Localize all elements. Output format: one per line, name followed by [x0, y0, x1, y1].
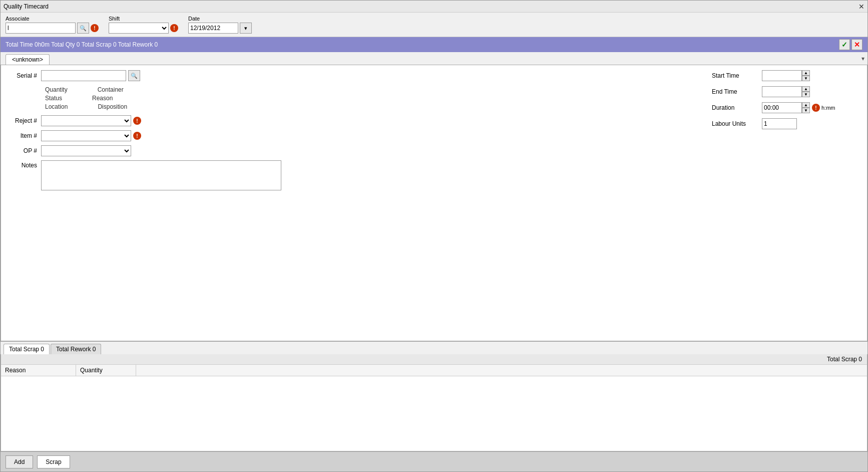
reject-info-dot[interactable]: !	[133, 117, 141, 125]
binoculars-icon: 🔍	[80, 25, 87, 32]
duration-row: Duration ▲ ▼ ! h:mm	[712, 102, 862, 113]
tab-header: <unknown> ▾	[1, 52, 867, 65]
col-labels-2: Status Reason	[45, 95, 697, 102]
reject-label: Reject #	[6, 117, 41, 124]
start-time-input[interactable]	[762, 70, 802, 81]
footer-bar: Add Scrap	[1, 451, 867, 471]
labour-units-row: Labour Units	[712, 118, 862, 129]
total-scrap-tab-label: Total Scrap 0	[9, 346, 44, 353]
serial-label: Serial #	[6, 72, 41, 79]
duration-info-dot[interactable]: !	[812, 104, 820, 112]
status-col-label: Status	[45, 95, 62, 102]
serial-input[interactable]	[41, 70, 126, 81]
end-time-input[interactable]	[762, 86, 802, 97]
item-row: Item # !	[6, 130, 697, 141]
labour-units-label: Labour Units	[712, 120, 762, 127]
duration-down[interactable]: ▼	[802, 108, 810, 113]
notes-label: Notes	[6, 160, 41, 169]
reject-select[interactable]	[41, 115, 131, 126]
reason-col-label: Reason	[92, 95, 113, 102]
form-section: Serial # 🔍 Quantity Container Status Rea…	[6, 70, 862, 190]
date-group: Date ▾	[188, 16, 252, 34]
shift-group: Shift !	[109, 16, 178, 34]
right-form: Start Time ▲ ▼ End Time	[712, 70, 862, 190]
notes-area: Notes	[6, 160, 697, 190]
shift-select[interactable]	[109, 23, 169, 34]
cancel-button[interactable]: ✕	[851, 39, 862, 50]
location-col-label: Location	[45, 103, 68, 110]
total-rework-tab-label: Total Rework 0	[56, 346, 96, 353]
end-time-up[interactable]: ▲	[802, 86, 810, 92]
date-dropdown-button[interactable]: ▾	[240, 23, 252, 34]
top-section: Associate 🔍 ! Shift !	[1, 13, 867, 37]
bottom-tabs-area: Total Scrap 0 Total Rework 0 Total Scrap…	[1, 341, 867, 451]
col-labels-3: Location Disposition	[45, 103, 697, 110]
item-info-dot[interactable]: !	[133, 132, 141, 140]
date-label: Date	[188, 16, 252, 22]
left-form: Serial # 🔍 Quantity Container Status Rea…	[6, 70, 697, 190]
summary-bar: Total Time 0h0m Total Qty 0 Total Scrap …	[1, 37, 867, 52]
reject-row: Reject # !	[6, 115, 697, 126]
disposition-col-label: Disposition	[98, 103, 127, 110]
shift-label: Shift	[109, 16, 178, 22]
close-button[interactable]: ✕	[858, 3, 864, 10]
duration-label: Duration	[712, 104, 762, 111]
tab-dropdown-arrow[interactable]: ▾	[861, 55, 864, 62]
start-time-label: Start Time	[712, 72, 762, 79]
tab-area: <unknown> ▾ Serial # 🔍	[1, 52, 867, 341]
start-time-row: Start Time ▲ ▼	[712, 70, 862, 81]
reason-col-header: Reason	[1, 365, 76, 376]
associate-group: Associate 🔍 !	[6, 16, 99, 34]
item-label: Item #	[6, 132, 41, 139]
duration-hint: h:mm	[821, 105, 835, 111]
unknown-tab[interactable]: <unknown>	[6, 54, 50, 65]
quantity-col-header: Quantity	[76, 365, 136, 376]
total-scrap-text: Total Scrap 0	[827, 356, 862, 363]
associate-info-dot[interactable]: !	[91, 24, 99, 32]
window-title: Quality Timecard	[4, 3, 49, 10]
bottom-tabs-header: Total Scrap 0 Total Rework 0	[1, 342, 867, 354]
serial-row: Serial # 🔍	[6, 70, 697, 81]
op-label: OP #	[6, 147, 41, 154]
associate-search-button[interactable]: 🔍	[77, 23, 89, 34]
duration-up[interactable]: ▲	[802, 102, 810, 108]
summary-text: Total Time 0h0m Total Qty 0 Total Scrap …	[6, 41, 839, 48]
end-time-down[interactable]: ▼	[802, 92, 810, 97]
total-scrap-tab[interactable]: Total Scrap 0	[4, 344, 50, 354]
duration-input[interactable]	[762, 102, 802, 113]
tab-content: Serial # 🔍 Quantity Container Status Rea…	[1, 65, 867, 341]
end-time-label: End Time	[712, 88, 762, 95]
shift-info-dot[interactable]: !	[170, 24, 178, 32]
date-input[interactable]	[188, 23, 238, 34]
add-button[interactable]: Add	[6, 455, 33, 468]
table-header: Reason Quantity	[1, 365, 867, 376]
associate-label: Associate	[6, 16, 99, 22]
end-time-row: End Time ▲ ▼	[712, 86, 862, 97]
labour-units-input[interactable]	[762, 118, 797, 129]
total-rework-tab[interactable]: Total Rework 0	[51, 344, 101, 354]
title-bar: Quality Timecard ✕	[1, 1, 867, 13]
main-window: Quality Timecard ✕ Associate 🔍 ! Shift	[0, 0, 868, 472]
binoculars-icon-2: 🔍	[131, 73, 138, 79]
bottom-content: Total Scrap 0 Reason Quantity	[1, 354, 867, 451]
table-body	[1, 376, 867, 451]
op-select[interactable]	[41, 145, 131, 156]
total-scrap-bar: Total Scrap 0	[1, 354, 867, 365]
start-time-down[interactable]: ▼	[802, 76, 810, 81]
qty-col-label: Quantity	[45, 86, 68, 93]
serial-search-button[interactable]: 🔍	[128, 70, 140, 81]
op-row: OP #	[6, 145, 697, 156]
notes-textarea[interactable]	[41, 160, 281, 190]
confirm-button[interactable]: ✓	[839, 39, 850, 50]
col-labels: Quantity Container	[45, 86, 697, 93]
item-select[interactable]	[41, 130, 131, 141]
scrap-button[interactable]: Scrap	[37, 455, 70, 468]
associate-input[interactable]	[6, 23, 76, 34]
container-col-label: Container	[98, 86, 124, 93]
start-time-up[interactable]: ▲	[802, 70, 810, 76]
